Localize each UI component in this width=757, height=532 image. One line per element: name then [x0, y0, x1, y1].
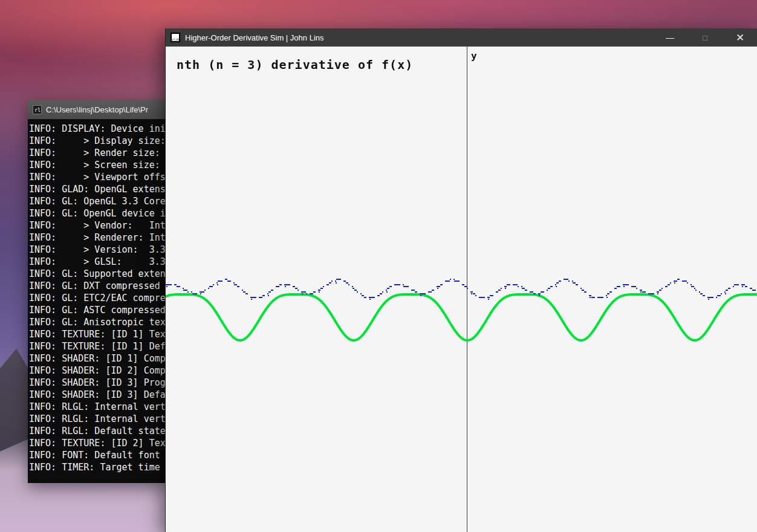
- console-log-line: INFO: SHADER: [ID 3] Defa: [29, 389, 167, 401]
- console-log-line: INFO: SHADER: [ID 3] Prog: [29, 377, 167, 389]
- console-log-line: INFO: > Display size:: [29, 135, 167, 147]
- main-titlebar[interactable]: raylib Higher-Order Derivative Sim | Joh…: [166, 28, 757, 47]
- console-log-line: INFO: > Viewport offs: [29, 171, 167, 183]
- console-window: rl C:\Users\linsj\Desktop\Life\Pr INFO: …: [28, 100, 167, 483]
- console-log-line: INFO: FONT: Default font: [29, 449, 167, 461]
- console-log-line: INFO: SHADER: [ID 2] Comp: [29, 365, 167, 377]
- maximize-button[interactable]: □: [687, 28, 723, 47]
- console-log-line: INFO: RLGL: Default state: [29, 425, 167, 437]
- console-raylib-icon: rl: [33, 105, 42, 114]
- console-log-line: INFO: GL: Supported exten: [29, 268, 167, 280]
- console-log-line: INFO: TEXTURE: [ID 1] Def: [29, 340, 167, 352]
- console-log-line: INFO: GL: ETC2/EAC compre: [29, 292, 167, 304]
- console-log-line: INFO: GLAD: OpenGL extens: [29, 183, 167, 195]
- console-log-line: INFO: RLGL: Internal vert: [29, 401, 167, 413]
- console-log-line: INFO: GL: ASTC compressed: [29, 304, 167, 316]
- window-controls: — □ ✕: [652, 28, 757, 47]
- console-log-output[interactable]: INFO: DISPLAY: Device iniINFO: > Display…: [28, 119, 167, 483]
- main-app-window: raylib Higher-Order Derivative Sim | Joh…: [165, 28, 757, 532]
- y-axis-label: y: [471, 50, 477, 62]
- console-log-line: INFO: SHADER: [ID 1] Comp: [29, 352, 167, 365]
- console-log-line: INFO: RLGL: Internal vert: [29, 413, 167, 425]
- console-log-line: INFO: TEXTURE: [ID 1] Tex: [29, 328, 167, 340]
- close-button[interactable]: ✕: [723, 28, 757, 47]
- console-log-line: INFO: GL: OpenGL device i: [29, 207, 167, 219]
- console-log-line: INFO: GL: OpenGL 3.3 Core: [29, 195, 167, 207]
- console-log-line: INFO: > Render size:: [29, 147, 167, 159]
- console-log-line: INFO: TEXTURE: [ID 2] Tex: [29, 437, 167, 449]
- console-title: C:\Users\linsj\Desktop\Life\Pr: [46, 105, 148, 114]
- console-log-line: INFO: > Renderer: Int: [29, 232, 167, 244]
- console-log-line: INFO: > GLSL: 3.3: [29, 256, 167, 268]
- console-log-line: INFO: GL: DXT compressed: [29, 280, 167, 292]
- plot-canvas: [166, 47, 757, 532]
- console-log-line: INFO: > Screen size:: [29, 159, 167, 171]
- console-log-line: INFO: DISPLAY: Device ini: [29, 123, 167, 135]
- raylib-icon: raylib: [171, 33, 180, 42]
- plot-area: nth (n = 3) derivative of f(x) y: [166, 47, 757, 532]
- console-log-line: INFO: > Version: 3.3: [29, 244, 167, 256]
- minimize-button[interactable]: —: [652, 28, 687, 47]
- console-log-line: INFO: GL: Anisotropic tex: [29, 316, 167, 328]
- window-title: Higher-Order Derivative Sim | John Lins: [185, 33, 652, 42]
- console-log-line: INFO: > Vendor: Int: [29, 219, 167, 232]
- console-titlebar[interactable]: rl C:\Users\linsj\Desktop\Life\Pr: [28, 100, 167, 119]
- console-log-line: INFO: TIMER: Target time: [29, 461, 167, 473]
- plot-heading: nth (n = 3) derivative of f(x): [177, 57, 413, 72]
